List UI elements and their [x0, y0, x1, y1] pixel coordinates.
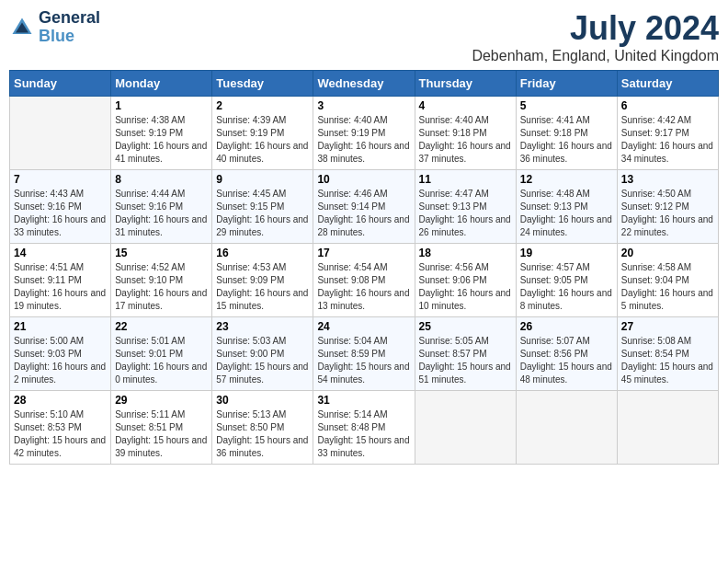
- day-cell: 17Sunrise: 4:54 AMSunset: 9:08 PMDayligh…: [313, 244, 415, 317]
- day-info: Sunrise: 4:38 AMSunset: 9:19 PMDaylight:…: [115, 114, 208, 166]
- day-cell: 1Sunrise: 4:38 AMSunset: 9:19 PMDaylight…: [111, 97, 212, 170]
- day-number: 26: [520, 320, 613, 333]
- day-cell: 26Sunrise: 5:07 AMSunset: 8:56 PMDayligh…: [516, 317, 617, 391]
- day-cell: 31Sunrise: 5:14 AMSunset: 8:48 PMDayligh…: [313, 391, 415, 465]
- day-number: 31: [317, 394, 410, 407]
- day-cell: 9Sunrise: 4:45 AMSunset: 9:15 PMDaylight…: [212, 170, 313, 244]
- day-info: Sunrise: 4:42 AMSunset: 9:17 PMDaylight:…: [621, 114, 714, 166]
- day-info: Sunrise: 4:47 AMSunset: 9:13 PMDaylight:…: [419, 188, 512, 239]
- day-cell: 19Sunrise: 4:57 AMSunset: 9:05 PMDayligh…: [516, 244, 617, 317]
- day-number: 23: [216, 320, 309, 333]
- day-number: 24: [317, 320, 410, 333]
- calendar-table: SundayMondayTuesdayWednesdayThursdayFrid…: [9, 70, 719, 465]
- day-info: Sunrise: 5:05 AMSunset: 8:57 PMDaylight:…: [419, 335, 512, 386]
- day-cell: 30Sunrise: 5:13 AMSunset: 8:50 PMDayligh…: [212, 391, 313, 465]
- day-info: Sunrise: 5:08 AMSunset: 8:54 PMDaylight:…: [621, 335, 714, 386]
- header-saturday: Saturday: [617, 71, 718, 97]
- day-info: Sunrise: 5:10 AMSunset: 8:53 PMDaylight:…: [14, 408, 107, 460]
- day-cell: 10Sunrise: 4:46 AMSunset: 9:14 PMDayligh…: [313, 170, 415, 244]
- day-info: Sunrise: 4:52 AMSunset: 9:10 PMDaylight:…: [115, 261, 208, 313]
- day-number: 11: [419, 173, 512, 186]
- day-number: 27: [621, 320, 714, 333]
- day-info: Sunrise: 4:43 AMSunset: 9:16 PMDaylight:…: [14, 188, 107, 239]
- day-info: Sunrise: 4:54 AMSunset: 9:08 PMDaylight:…: [317, 261, 410, 313]
- day-number: 25: [419, 320, 512, 333]
- day-cell: 4Sunrise: 4:40 AMSunset: 9:18 PMDaylight…: [415, 97, 516, 170]
- day-info: Sunrise: 5:04 AMSunset: 8:59 PMDaylight:…: [317, 335, 410, 386]
- week-row-4: 21Sunrise: 5:00 AMSunset: 9:03 PMDayligh…: [10, 317, 719, 391]
- header-tuesday: Tuesday: [212, 71, 313, 97]
- day-info: Sunrise: 5:07 AMSunset: 8:56 PMDaylight:…: [520, 335, 613, 386]
- location-title: Debenham, England, United Kingdom: [472, 48, 719, 64]
- day-number: 5: [520, 99, 613, 112]
- day-cell: 24Sunrise: 5:04 AMSunset: 8:59 PMDayligh…: [313, 317, 415, 391]
- header-wednesday: Wednesday: [313, 71, 415, 97]
- day-cell: 7Sunrise: 4:43 AMSunset: 9:16 PMDaylight…: [10, 170, 111, 244]
- day-info: Sunrise: 4:44 AMSunset: 9:16 PMDaylight:…: [115, 188, 208, 239]
- day-number: 19: [520, 247, 613, 259]
- day-info: Sunrise: 4:40 AMSunset: 9:19 PMDaylight:…: [317, 114, 410, 166]
- logo: General Blue: [9, 9, 100, 46]
- day-info: Sunrise: 4:48 AMSunset: 9:13 PMDaylight:…: [520, 188, 613, 239]
- header-monday: Monday: [111, 71, 212, 97]
- page-header: General Blue July 2024 Debenham, England…: [9, 9, 719, 64]
- day-info: Sunrise: 4:40 AMSunset: 9:18 PMDaylight:…: [419, 114, 512, 166]
- day-cell: [617, 391, 718, 465]
- calendar-header-row: SundayMondayTuesdayWednesdayThursdayFrid…: [10, 71, 719, 97]
- week-row-5: 28Sunrise: 5:10 AMSunset: 8:53 PMDayligh…: [10, 391, 719, 465]
- day-cell: 25Sunrise: 5:05 AMSunset: 8:57 PMDayligh…: [415, 317, 516, 391]
- day-number: 17: [317, 247, 410, 259]
- day-number: 13: [621, 173, 714, 186]
- day-cell: 14Sunrise: 4:51 AMSunset: 9:11 PMDayligh…: [10, 244, 111, 317]
- day-cell: 18Sunrise: 4:56 AMSunset: 9:06 PMDayligh…: [415, 244, 516, 317]
- day-cell: 20Sunrise: 4:58 AMSunset: 9:04 PMDayligh…: [617, 244, 718, 317]
- day-info: Sunrise: 4:50 AMSunset: 9:12 PMDaylight:…: [621, 188, 714, 239]
- week-row-3: 14Sunrise: 4:51 AMSunset: 9:11 PMDayligh…: [10, 244, 719, 317]
- day-info: Sunrise: 4:41 AMSunset: 9:18 PMDaylight:…: [520, 114, 613, 166]
- day-number: 30: [216, 394, 309, 407]
- day-cell: 6Sunrise: 4:42 AMSunset: 9:17 PMDaylight…: [617, 97, 718, 170]
- day-info: Sunrise: 4:51 AMSunset: 9:11 PMDaylight:…: [14, 261, 107, 313]
- day-cell: 21Sunrise: 5:00 AMSunset: 9:03 PMDayligh…: [10, 317, 111, 391]
- day-number: 4: [419, 99, 512, 112]
- day-number: 21: [14, 320, 107, 333]
- day-cell: 3Sunrise: 4:40 AMSunset: 9:19 PMDaylight…: [313, 97, 415, 170]
- day-info: Sunrise: 4:39 AMSunset: 9:19 PMDaylight:…: [216, 114, 309, 166]
- day-info: Sunrise: 5:11 AMSunset: 8:51 PMDaylight:…: [115, 408, 208, 460]
- day-cell: 8Sunrise: 4:44 AMSunset: 9:16 PMDaylight…: [111, 170, 212, 244]
- header-sunday: Sunday: [10, 71, 111, 97]
- day-number: 10: [317, 173, 410, 186]
- header-thursday: Thursday: [415, 71, 516, 97]
- day-cell: 22Sunrise: 5:01 AMSunset: 9:01 PMDayligh…: [111, 317, 212, 391]
- day-info: Sunrise: 4:58 AMSunset: 9:04 PMDaylight:…: [621, 261, 714, 313]
- day-info: Sunrise: 4:45 AMSunset: 9:15 PMDaylight:…: [216, 188, 309, 239]
- day-info: Sunrise: 4:56 AMSunset: 9:06 PMDaylight:…: [419, 261, 512, 313]
- day-info: Sunrise: 4:53 AMSunset: 9:09 PMDaylight:…: [216, 261, 309, 313]
- day-cell: [415, 391, 516, 465]
- day-number: 1: [115, 99, 208, 112]
- day-cell: 28Sunrise: 5:10 AMSunset: 8:53 PMDayligh…: [10, 391, 111, 465]
- day-cell: [10, 97, 111, 170]
- day-info: Sunrise: 5:01 AMSunset: 9:01 PMDaylight:…: [115, 335, 208, 386]
- day-info: Sunrise: 5:03 AMSunset: 9:00 PMDaylight:…: [216, 335, 309, 386]
- day-cell: 27Sunrise: 5:08 AMSunset: 8:54 PMDayligh…: [617, 317, 718, 391]
- week-row-2: 7Sunrise: 4:43 AMSunset: 9:16 PMDaylight…: [10, 170, 719, 244]
- day-number: 14: [14, 247, 107, 259]
- day-cell: 16Sunrise: 4:53 AMSunset: 9:09 PMDayligh…: [212, 244, 313, 317]
- day-number: 9: [216, 173, 309, 186]
- day-cell: 11Sunrise: 4:47 AMSunset: 9:13 PMDayligh…: [415, 170, 516, 244]
- day-number: 20: [621, 247, 714, 259]
- day-info: Sunrise: 4:57 AMSunset: 9:05 PMDaylight:…: [520, 261, 613, 313]
- week-row-1: 1Sunrise: 4:38 AMSunset: 9:19 PMDaylight…: [10, 97, 719, 170]
- day-number: 6: [621, 99, 714, 112]
- day-number: 12: [520, 173, 613, 186]
- logo-icon: [9, 15, 35, 40]
- day-cell: 23Sunrise: 5:03 AMSunset: 9:00 PMDayligh…: [212, 317, 313, 391]
- day-cell: 29Sunrise: 5:11 AMSunset: 8:51 PMDayligh…: [111, 391, 212, 465]
- day-number: 22: [115, 320, 208, 333]
- day-cell: 15Sunrise: 4:52 AMSunset: 9:10 PMDayligh…: [111, 244, 212, 317]
- header-friday: Friday: [516, 71, 617, 97]
- day-number: 2: [216, 99, 309, 112]
- day-cell: [516, 391, 617, 465]
- day-number: 8: [115, 173, 208, 186]
